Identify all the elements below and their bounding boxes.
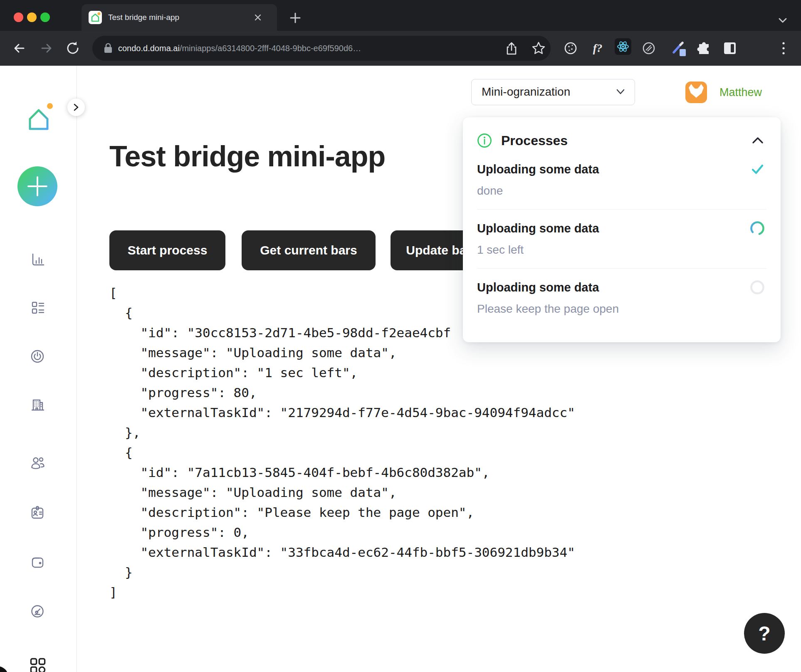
- new-tab-button[interactable]: [287, 10, 304, 26]
- bookmark-star-icon[interactable]: [532, 41, 546, 55]
- process-item-description: Please keep the page open: [477, 301, 766, 317]
- react-devtools-icon[interactable]: [615, 38, 631, 55]
- close-window-button[interactable]: [14, 12, 23, 22]
- code-line: "message": "Uploading some data",: [109, 343, 575, 363]
- processes-popup-title: Processes: [501, 133, 751, 148]
- process-status-icon: [749, 279, 766, 296]
- code-line: ]: [109, 582, 575, 602]
- sidebar-item-miniapps-grid-icon[interactable]: [29, 658, 47, 672]
- process-status-icon: [749, 220, 766, 237]
- code-line: "progress": 0,: [109, 522, 575, 542]
- cookie-extension-icon[interactable]: [561, 40, 580, 57]
- sidebar-item-meters-power-icon[interactable]: [29, 348, 46, 365]
- process-item-title: Uploading some data: [477, 220, 749, 237]
- corner-widget: [0, 666, 8, 672]
- sidebar-item-properties-building-icon[interactable]: [29, 396, 46, 413]
- side-panel-icon[interactable]: [721, 40, 739, 57]
- fullscreen-window-button[interactable]: [40, 12, 50, 22]
- tab-favicon: [89, 11, 102, 24]
- get-current-bars-button[interactable]: Get current bars: [242, 230, 376, 270]
- help-button[interactable]: ?: [744, 613, 785, 654]
- url-path: /miniapps/a6314800-2fff-4048-9bbc-e69f59…: [180, 44, 361, 53]
- tab-title: Test bridge mini-app: [108, 4, 179, 31]
- browser-titlebar: Test bridge mini-app: [0, 0, 801, 31]
- function-extension-icon[interactable]: f?: [588, 40, 607, 57]
- code-line: "message": "Uploading some data",: [109, 482, 575, 502]
- start-process-button[interactable]: Start process: [109, 230, 225, 270]
- check-icon: [749, 161, 766, 178]
- chevron-up-icon[interactable]: [751, 136, 765, 146]
- back-icon[interactable]: [10, 40, 28, 57]
- process-item: Uploading some datadone: [477, 151, 766, 209]
- sidebar-expand-button[interactable]: [67, 99, 85, 116]
- user-name: Matthew: [719, 82, 762, 103]
- page-title: Test bridge mini-app: [109, 140, 385, 173]
- process-item-title: Uploading some data: [477, 279, 749, 296]
- lock-icon[interactable]: [103, 42, 113, 54]
- url-domain: condo.d.doma.ai: [118, 44, 180, 53]
- color-picker-extension-icon[interactable]: [670, 40, 689, 57]
- process-item: Uploading some data1 sec left: [477, 209, 766, 268]
- url-text: condo.d.doma.ai/miniapps/a6314800-2fff-4…: [118, 36, 361, 61]
- sidebar-item-reports-chart-icon[interactable]: [29, 251, 46, 268]
- process-status-icon: [749, 161, 766, 178]
- sidebar-item-billing-wallet-icon[interactable]: [29, 554, 46, 571]
- spinner-icon: [749, 220, 766, 237]
- sidebar: [0, 66, 77, 672]
- browser-tab[interactable]: Test bridge mini-app: [82, 4, 277, 31]
- extensions-puzzle-icon[interactable]: [695, 40, 713, 57]
- code-line: "externalTaskId": "2179294d-f77e-4d54-9b…: [109, 403, 575, 422]
- ruler-extension-icon[interactable]: [640, 40, 658, 57]
- code-line: }: [109, 562, 575, 582]
- sidebar-item-residents-users-icon[interactable]: [29, 455, 46, 472]
- organization-select[interactable]: Mini-ogranization: [471, 79, 635, 105]
- tab-list-chevron-icon[interactable]: [776, 15, 789, 26]
- sidebar-item-employees-badge-icon[interactable]: [29, 504, 46, 521]
- code-line: },: [109, 422, 575, 442]
- reload-icon[interactable]: [64, 40, 82, 57]
- process-item: Uploading some dataPlease keep the page …: [477, 268, 766, 327]
- minimize-window-button[interactable]: [27, 12, 37, 22]
- create-new-button[interactable]: [17, 166, 57, 206]
- organization-select-value: Mini-ogranization: [482, 79, 570, 104]
- code-line: "description": "1 sec left",: [109, 363, 575, 383]
- browser-window: Test bridge mini-app condo.d.doma.ai/min…: [0, 0, 801, 672]
- code-line: "id": "7a11cb13-5845-404f-bebf-4b6c80d38…: [109, 462, 575, 482]
- share-icon[interactable]: [505, 42, 518, 56]
- tab-close-icon[interactable]: [253, 12, 263, 22]
- code-line: "externalTaskId": "33fbca4d-ec62-44fb-bb…: [109, 542, 575, 562]
- forward-icon[interactable]: [37, 40, 56, 57]
- code-line: "description": "Please keep the page ope…: [109, 502, 575, 522]
- process-item-description: 1 sec left: [477, 242, 766, 258]
- app-page: Mini-ogranization Matthew Test bridge mi…: [0, 66, 801, 672]
- user-avatar: [685, 82, 707, 103]
- browser-toolbar: condo.d.doma.ai/miniapps/a6314800-2fff-4…: [0, 31, 801, 66]
- process-item-description: done: [477, 183, 766, 199]
- code-line: {: [109, 442, 575, 462]
- processes-popup-header: Processes: [477, 131, 766, 151]
- sidebar-item-settings-gauge-icon[interactable]: [29, 603, 46, 620]
- sidebar-item-tasks-list-icon[interactable]: [29, 299, 46, 316]
- chevron-down-icon: [616, 88, 625, 96]
- url-bar[interactable]: condo.d.doma.ai/miniapps/a6314800-2fff-4…: [92, 36, 551, 61]
- pending-circle-icon: [749, 279, 766, 296]
- processes-popup: Processes Uploading some datadoneUploadi…: [463, 117, 781, 342]
- code-line: "progress": 80,: [109, 383, 575, 403]
- info-icon: [477, 133, 492, 148]
- home-logo-icon[interactable]: [25, 102, 54, 131]
- process-item-title: Uploading some data: [477, 161, 749, 178]
- kebab-menu-icon[interactable]: [774, 40, 793, 57]
- process-items: Uploading some datadoneUploading some da…: [477, 151, 766, 327]
